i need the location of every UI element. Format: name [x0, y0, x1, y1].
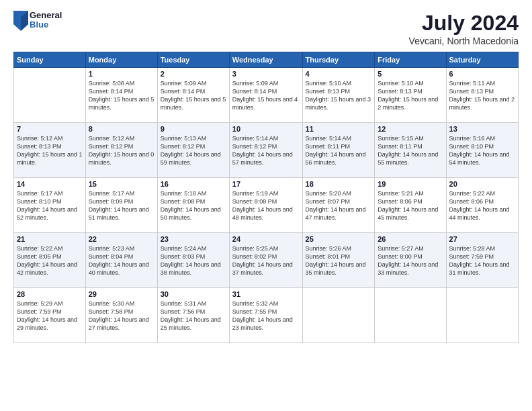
table-row: 10 Sunrise: 5:14 AMSunset: 8:12 PMDaylig… [229, 123, 302, 178]
calendar-table: Sunday Monday Tuesday Wednesday Thursday… [13, 52, 519, 343]
cell-sunrise: Sunrise: 5:15 AMSunset: 8:11 PMDaylight:… [378, 135, 438, 166]
table-row: 17 Sunrise: 5:19 AMSunset: 8:08 PMDaylig… [229, 178, 302, 233]
cell-sunrise: Sunrise: 5:10 AMSunset: 8:13 PMDaylight:… [306, 80, 371, 111]
cell-sunrise: Sunrise: 5:24 AMSunset: 8:03 PMDaylight:… [161, 245, 221, 276]
cell-sunrise: Sunrise: 5:30 AMSunset: 7:58 PMDaylight:… [89, 300, 149, 331]
cell-sunrise: Sunrise: 5:32 AMSunset: 7:55 PMDaylight:… [232, 300, 293, 331]
cell-sunrise: Sunrise: 5:12 AMSunset: 8:12 PMDaylight:… [89, 135, 154, 166]
cell-sunrise: Sunrise: 5:17 AMSunset: 8:09 PMDaylight:… [89, 190, 149, 221]
cell-sunrise: Sunrise: 5:09 AMSunset: 8:14 PMDaylight:… [232, 80, 298, 111]
table-row: 31 Sunrise: 5:32 AMSunset: 7:55 PMDaylig… [229, 288, 302, 343]
page: General Blue July 2024 Vevcani, North Ma… [0, 0, 532, 411]
table-row: 19 Sunrise: 5:21 AMSunset: 8:06 PMDaylig… [375, 178, 446, 233]
table-row [14, 68, 86, 123]
day-number: 4 [306, 70, 372, 78]
day-number: 20 [449, 180, 515, 188]
cell-sunrise: Sunrise: 5:22 AMSunset: 8:06 PMDaylight:… [449, 190, 510, 221]
table-row: 8 Sunrise: 5:12 AMSunset: 8:12 PMDayligh… [85, 123, 157, 178]
table-row: 2 Sunrise: 5:09 AMSunset: 8:14 PMDayligh… [157, 68, 229, 123]
title-block: July 2024 Vevcani, North Macedonia [409, 11, 519, 46]
table-row: 12 Sunrise: 5:15 AMSunset: 8:11 PMDaylig… [375, 123, 446, 178]
cell-sunrise: Sunrise: 5:09 AMSunset: 8:14 PMDaylight:… [161, 80, 226, 111]
cell-sunrise: Sunrise: 5:23 AMSunset: 8:04 PMDaylight:… [89, 245, 149, 276]
day-number: 13 [449, 125, 515, 133]
cell-sunrise: Sunrise: 5:14 AMSunset: 8:11 PMDaylight:… [306, 135, 366, 166]
day-number: 21 [17, 235, 83, 243]
table-row: 6 Sunrise: 5:11 AMSunset: 8:13 PMDayligh… [446, 68, 518, 123]
table-row: 18 Sunrise: 5:20 AMSunset: 8:07 PMDaylig… [302, 178, 375, 233]
table-row: 28 Sunrise: 5:29 AMSunset: 7:59 PMDaylig… [14, 288, 86, 343]
day-number: 12 [378, 125, 443, 133]
day-number: 23 [161, 235, 226, 243]
day-number: 22 [89, 235, 154, 243]
cell-sunrise: Sunrise: 5:21 AMSunset: 8:06 PMDaylight:… [378, 190, 438, 221]
col-friday: Friday [375, 52, 446, 68]
logo: General Blue [13, 11, 62, 30]
cell-sunrise: Sunrise: 5:10 AMSunset: 8:13 PMDaylight:… [378, 80, 438, 111]
day-number: 27 [449, 235, 515, 243]
col-monday: Monday [85, 52, 157, 68]
day-number: 16 [161, 180, 226, 188]
table-row: 26 Sunrise: 5:27 AMSunset: 8:00 PMDaylig… [375, 233, 446, 288]
day-number: 31 [232, 290, 300, 298]
cell-sunrise: Sunrise: 5:14 AMSunset: 8:12 PMDaylight:… [232, 135, 293, 166]
day-number: 2 [161, 70, 226, 78]
table-row: 9 Sunrise: 5:13 AMSunset: 8:12 PMDayligh… [157, 123, 229, 178]
cell-sunrise: Sunrise: 5:31 AMSunset: 7:56 PMDaylight:… [161, 300, 221, 331]
col-wednesday: Wednesday [229, 52, 302, 68]
table-row: 30 Sunrise: 5:31 AMSunset: 7:56 PMDaylig… [157, 288, 229, 343]
day-number: 5 [378, 70, 443, 78]
day-number: 18 [306, 180, 372, 188]
header-row: Sunday Monday Tuesday Wednesday Thursday… [14, 52, 519, 68]
logo-text: General Blue [30, 11, 62, 30]
cell-sunrise: Sunrise: 5:12 AMSunset: 8:13 PMDaylight:… [17, 135, 83, 166]
day-number: 7 [17, 125, 83, 133]
table-row: 22 Sunrise: 5:23 AMSunset: 8:04 PMDaylig… [85, 233, 157, 288]
header: General Blue July 2024 Vevcani, North Ma… [13, 11, 519, 46]
table-row: 29 Sunrise: 5:30 AMSunset: 7:58 PMDaylig… [85, 288, 157, 343]
cell-sunrise: Sunrise: 5:26 AMSunset: 8:01 PMDaylight:… [306, 245, 366, 276]
day-number: 26 [378, 235, 443, 243]
day-number: 17 [232, 180, 300, 188]
cell-sunrise: Sunrise: 5:29 AMSunset: 7:59 PMDaylight:… [17, 300, 77, 331]
day-number: 11 [306, 125, 372, 133]
day-number: 3 [232, 70, 300, 78]
day-number: 10 [232, 125, 300, 133]
table-row: 11 Sunrise: 5:14 AMSunset: 8:11 PMDaylig… [302, 123, 375, 178]
col-saturday: Saturday [446, 52, 518, 68]
cell-sunrise: Sunrise: 5:19 AMSunset: 8:08 PMDaylight:… [232, 190, 293, 221]
logo-general: General [30, 11, 62, 20]
cell-sunrise: Sunrise: 5:16 AMSunset: 8:10 PMDaylight:… [449, 135, 510, 166]
table-row: 15 Sunrise: 5:17 AMSunset: 8:09 PMDaylig… [85, 178, 157, 233]
table-row [446, 288, 518, 343]
table-row: 3 Sunrise: 5:09 AMSunset: 8:14 PMDayligh… [229, 68, 302, 123]
day-number: 15 [89, 180, 154, 188]
cell-sunrise: Sunrise: 5:20 AMSunset: 8:07 PMDaylight:… [306, 190, 366, 221]
day-number: 30 [161, 290, 226, 298]
day-number: 19 [378, 180, 443, 188]
cell-sunrise: Sunrise: 5:22 AMSunset: 8:05 PMDaylight:… [17, 245, 77, 276]
table-row: 20 Sunrise: 5:22 AMSunset: 8:06 PMDaylig… [446, 178, 518, 233]
day-number: 24 [232, 235, 300, 243]
day-number: 14 [17, 180, 83, 188]
month-year: July 2024 [409, 11, 519, 36]
cell-sunrise: Sunrise: 5:27 AMSunset: 8:00 PMDaylight:… [378, 245, 438, 276]
table-row: 23 Sunrise: 5:24 AMSunset: 8:03 PMDaylig… [157, 233, 229, 288]
col-sunday: Sunday [14, 52, 86, 68]
table-row: 7 Sunrise: 5:12 AMSunset: 8:13 PMDayligh… [14, 123, 86, 178]
table-row: 14 Sunrise: 5:17 AMSunset: 8:10 PMDaylig… [14, 178, 86, 233]
day-number: 28 [17, 290, 83, 298]
day-number: 6 [449, 70, 515, 78]
cell-sunrise: Sunrise: 5:25 AMSunset: 8:02 PMDaylight:… [232, 245, 293, 276]
table-row: 1 Sunrise: 5:08 AMSunset: 8:14 PMDayligh… [85, 68, 157, 123]
cell-sunrise: Sunrise: 5:08 AMSunset: 8:14 PMDaylight:… [89, 80, 154, 111]
day-number: 8 [89, 125, 154, 133]
table-row: 5 Sunrise: 5:10 AMSunset: 8:13 PMDayligh… [375, 68, 446, 123]
day-number: 1 [89, 70, 154, 78]
day-number: 29 [89, 290, 154, 298]
table-row: 16 Sunrise: 5:18 AMSunset: 8:08 PMDaylig… [157, 178, 229, 233]
table-row: 21 Sunrise: 5:22 AMSunset: 8:05 PMDaylig… [14, 233, 86, 288]
cell-sunrise: Sunrise: 5:13 AMSunset: 8:12 PMDaylight:… [161, 135, 221, 166]
logo-icon [13, 11, 27, 30]
cell-sunrise: Sunrise: 5:18 AMSunset: 8:08 PMDaylight:… [161, 190, 221, 221]
